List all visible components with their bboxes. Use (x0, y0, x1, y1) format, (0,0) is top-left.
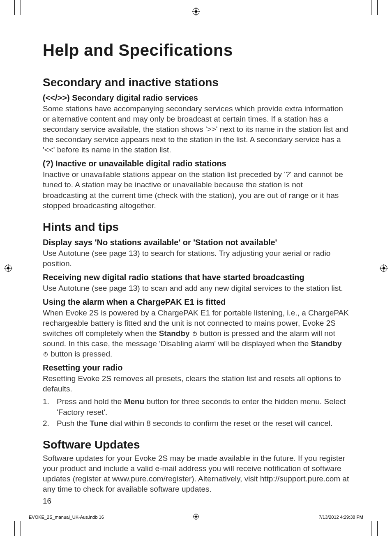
body-software-updates: Software updates for your Evoke 2S may b… (43, 453, 349, 494)
power-icon (43, 349, 48, 355)
section-heading-secondary: Secondary and inactive stations (43, 76, 349, 89)
standby-label: Standby (159, 329, 190, 338)
body-secondary-services: Some stations have accompanying secondar… (43, 104, 349, 155)
section-heading-hints: Hints and tips (43, 221, 349, 234)
menu-label: Menu (124, 397, 145, 406)
subheading-new-stations: Receiving new digital radio stations tha… (43, 273, 349, 282)
registration-mark-icon (192, 7, 200, 18)
body-inactive-stations: Inactive or unavailable stations appear … (43, 169, 349, 210)
text-fragment: dial within 8 seconds to confirm the res… (108, 419, 332, 428)
reset-steps-list: 1. Press and hold the Menu button for th… (43, 396, 349, 428)
subheading-resetting: Resetting your radio (43, 363, 349, 373)
body-no-stations: Use Autotune (see page 13) to search for… (43, 248, 349, 269)
page-title: Help and Specifications (43, 41, 349, 60)
step-number: 2. (43, 418, 57, 428)
body-new-stations: Use Autotune (see page 13) to scan and a… (43, 283, 349, 293)
text-fragment: Push the (57, 419, 90, 428)
tune-label: Tune (90, 419, 108, 428)
subheading-no-stations: Display says 'No stations available' or … (43, 238, 349, 247)
body-resetting-intro: Resetting Evoke 2S removes all presets, … (43, 373, 349, 394)
step-text: Push the Tune dial within 8 seconds to c… (57, 418, 332, 428)
subheading-alarm-chargepak: Using the alarm when a ChargePAK E1 is f… (43, 297, 349, 307)
registration-mark-icon (193, 513, 199, 521)
footer-timestamp: 7/13/2012 4:29:38 PM (319, 515, 363, 520)
text-fragment: button is pressed. (48, 350, 112, 358)
footer-file: EVOKE_2S_manual_UK-Aus.indb 16 (29, 515, 104, 520)
power-icon (192, 329, 198, 334)
standby-label: Standby (311, 339, 342, 348)
subheading-secondary-services: (<</>>) Secondary digital radio services (43, 93, 349, 103)
subheading-inactive-stations: (?) Inactive or unavailable digital radi… (43, 159, 349, 168)
registration-mark-icon (380, 264, 388, 274)
text-fragment: Press and hold the (57, 397, 124, 406)
page-number: 16 (43, 497, 349, 506)
step-text: Press and hold the Menu button for three… (57, 396, 349, 417)
body-alarm-chargepak: When Evoke 2S is powered by a ChargePAK … (43, 308, 349, 359)
step-number: 1. (43, 396, 57, 417)
list-item: 2. Push the Tune dial within 8 seconds t… (43, 418, 349, 428)
section-heading-software: Software Updates (43, 438, 349, 451)
list-item: 1. Press and hold the Menu button for th… (43, 396, 349, 417)
page-content: Help and Specifications Secondary and in… (43, 41, 349, 506)
registration-mark-icon (4, 264, 12, 274)
print-footer: EVOKE_2S_manual_UK-Aus.indb 16 7/13/2012… (29, 515, 363, 520)
